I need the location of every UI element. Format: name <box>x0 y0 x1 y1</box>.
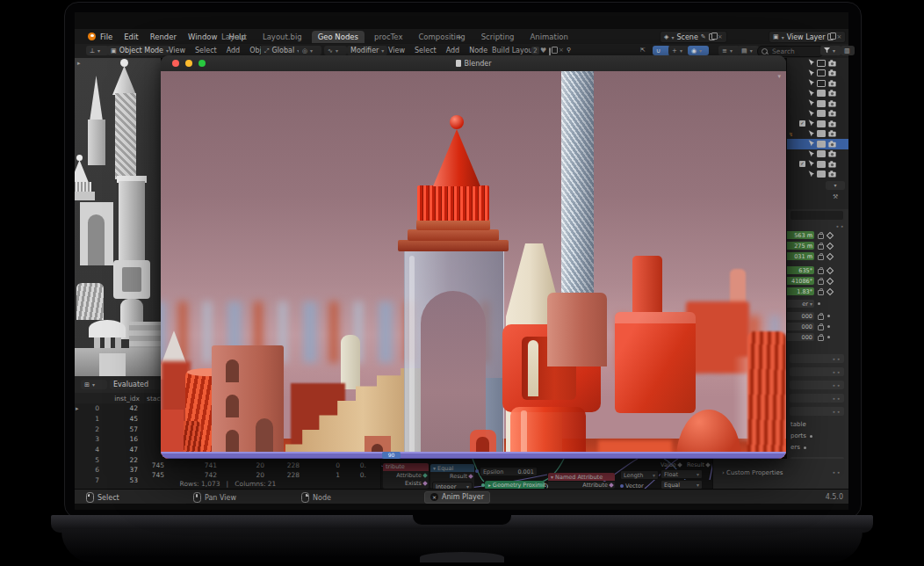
outliner-collapse-button[interactable]: ▾ <box>826 181 845 190</box>
rotation-mode-dropdown[interactable]: er ▾ <box>787 300 820 308</box>
selectable-cursor-icon[interactable] <box>808 79 814 87</box>
snap-magnet-toggle[interactable]: ∪ <box>653 46 670 55</box>
workspace-tab[interactable]: Animation <box>524 31 574 43</box>
named-attribute-node-body[interactable]: Attribute Exists <box>383 471 429 489</box>
workspace-tab[interactable]: Compositing <box>412 31 471 43</box>
topbar-menu-item[interactable]: Render <box>150 33 177 41</box>
collapsed-panel[interactable]: ∙∙ <box>790 394 844 403</box>
cell[interactable]: 745 <box>138 471 164 479</box>
named-attribute-node-header[interactable]: tribute <box>383 463 429 471</box>
scale-y-row[interactable]: 000 <box>787 323 830 330</box>
keyframe-diamond-icon[interactable] <box>827 242 834 249</box>
hide-viewport-icon[interactable] <box>817 130 826 137</box>
keyframe-diamond-icon[interactable] <box>827 252 834 259</box>
camera-render-icon[interactable] <box>828 90 836 97</box>
object-name-field[interactable] <box>790 211 843 220</box>
selectable-cursor-icon[interactable] <box>808 59 814 67</box>
selectable-cursor-icon[interactable] <box>808 130 814 138</box>
location-z-row[interactable]: 031 m <box>787 252 833 260</box>
camera-render-icon[interactable] <box>828 150 836 157</box>
hide-viewport-icon[interactable] <box>817 141 826 148</box>
selectable-cursor-icon[interactable] <box>808 150 814 158</box>
named-attribute2-node-header[interactable]: ▾ Named Attribute <box>548 473 615 481</box>
workspace-tab[interactable]: Scripting <box>475 31 521 43</box>
geonodes-menu-item[interactable]: View <box>388 47 405 54</box>
filter-funnel-dropdown[interactable]: ▾ <box>820 46 841 55</box>
keyframe-diamond-icon[interactable] <box>827 277 834 284</box>
viewport-menu-item[interactable]: Select <box>195 47 217 54</box>
node-group-name[interactable]: Build Layout <box>492 47 536 54</box>
camera-render-icon[interactable] <box>828 110 836 117</box>
rotation-y-row[interactable]: 41086° <box>787 277 833 285</box>
cell[interactable]: 228 <box>273 461 300 469</box>
anim-player-button[interactable]: ×Anim Player <box>424 491 490 504</box>
topbar-menu-item[interactable]: Window <box>188 33 218 41</box>
hide-viewport-icon[interactable] <box>817 150 826 157</box>
parent-transform-icon[interactable]: ⇱ <box>640 47 646 54</box>
rotation-z-row[interactable]: 1.83° <box>787 287 833 295</box>
topbar-menu-item[interactable]: File <box>100 33 112 41</box>
hide-viewport-icon[interactable] <box>817 161 826 168</box>
length-dropdown[interactable]: Length▾ <box>620 470 659 480</box>
float-dropdown[interactable]: Float▾ <box>661 469 703 479</box>
workspace-tab[interactable]: procTex <box>368 31 408 43</box>
outliner-options-button[interactable]: ▥ <box>841 46 855 55</box>
camera-render-icon[interactable] <box>828 80 836 87</box>
hide-viewport-icon[interactable] <box>817 100 826 107</box>
collapsed-panel[interactable]: ∙∙ <box>790 354 844 363</box>
close-icon[interactable]: × <box>718 33 723 40</box>
cell[interactable]: 228 <box>273 471 300 479</box>
workspace-tab[interactable]: Layout <box>215 31 253 43</box>
cell[interactable]: 0. <box>340 471 366 479</box>
view-layer-selector[interactable]: ▣▾ View Layer × <box>769 31 846 43</box>
collapsed-panel[interactable]: ∙∙ <box>790 407 844 416</box>
lock-icon[interactable] <box>818 269 824 274</box>
add-workspace-button[interactable]: + <box>456 33 463 41</box>
cell[interactable]: 20 <box>238 461 264 469</box>
geonodes-datatype-dropdown[interactable]: Modifier▾ <box>347 46 387 55</box>
render-window[interactable]: Blender ▾ <box>161 55 786 459</box>
spreadsheet-editor-type-dropdown[interactable]: ⊞▾ <box>81 380 107 389</box>
location-x-row[interactable]: 563 m <box>787 231 833 239</box>
outliner-display-mode-dropdown[interactable]: ≡▾ <box>718 46 740 55</box>
cell[interactable]: 1 <box>314 471 340 479</box>
fake-user-heart-icon[interactable]: ♥ <box>540 47 546 54</box>
keyframe-diamond-icon[interactable] <box>827 287 834 294</box>
orientation-dropdown[interactable]: ⤢Global▾ <box>261 46 303 55</box>
viewport-editor-type-dropdown[interactable]: ⊥▾ <box>86 46 109 55</box>
hide-viewport-icon[interactable] <box>817 171 826 178</box>
cell[interactable]: 741 <box>191 461 217 469</box>
compare-node-header[interactable]: ▾ Equal <box>430 464 474 472</box>
outliner-row[interactable]: ↯ ✓ <box>787 149 848 160</box>
camera-render-icon[interactable] <box>828 141 836 148</box>
window-titlebar[interactable]: Blender <box>161 55 786 71</box>
cell[interactable]: 745 <box>138 461 164 469</box>
camera-render-icon[interactable] <box>828 161 836 168</box>
location-y-row[interactable]: 275 m <box>787 242 833 250</box>
workspace-tab[interactable]: Geo Nodes <box>312 31 365 43</box>
lock-icon[interactable] <box>818 336 824 341</box>
column-header[interactable]: inst_idx <box>101 395 140 403</box>
outliner-row[interactable]: ↯ ✓ <box>787 58 848 69</box>
collapse-chevron-icon[interactable]: ▾ <box>777 73 781 80</box>
new-view-layer-icon[interactable] <box>827 33 834 40</box>
lock-icon[interactable] <box>818 279 824 285</box>
selectable-cursor-icon[interactable] <box>808 69 814 77</box>
outliner-row[interactable]: ↯ ✓ <box>787 159 848 170</box>
hide-viewport-icon[interactable] <box>817 60 826 67</box>
outliner-row[interactable]: ↯ ✓ <box>787 109 848 120</box>
cell[interactable]: 0 <box>314 461 340 469</box>
outliner-row[interactable]: ↯ ✓ <box>787 119 848 129</box>
timeline-strip[interactable] <box>161 452 786 459</box>
camera-render-icon[interactable] <box>828 130 836 137</box>
proportional-edit-dropdown[interactable]: ◉▾ <box>688 46 709 55</box>
lock-icon[interactable] <box>818 244 824 250</box>
named-attribute2-node-body[interactable]: Attribute <box>548 482 615 489</box>
rotation-x-row[interactable]: 635° <box>787 266 833 274</box>
outliner-row[interactable]: ↯ ✓ <box>787 78 848 89</box>
outliner-row[interactable]: ↯ ✓ <box>787 139 848 149</box>
selectable-cursor-icon[interactable] <box>808 99 814 107</box>
outliner-row[interactable]: ↯ ✓ <box>787 89 848 99</box>
render-viewport[interactable]: ▾ <box>161 71 786 459</box>
camera-render-icon[interactable] <box>828 120 836 127</box>
